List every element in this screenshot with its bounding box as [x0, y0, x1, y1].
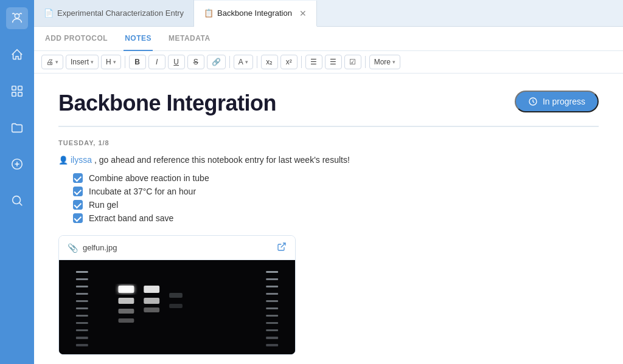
gel-svg	[59, 260, 295, 354]
entry-header: Backbone Integration In progress	[58, 91, 599, 127]
svg-rect-24	[118, 286, 134, 293]
svg-rect-3	[12, 92, 16, 96]
ordered-list-button[interactable]: ☰	[325, 55, 342, 69]
doc-icon-active: 📋	[204, 9, 214, 18]
tab-experimental[interactable]: 📄 Experimental Characterization Entry	[34, 0, 194, 26]
tab-backbone[interactable]: 📋 Backbone Integration ✕	[194, 1, 317, 27]
attachment-card: 📎 gelfun.jpg	[58, 235, 296, 355]
svg-rect-2	[18, 86, 22, 90]
checklist-item: Incubate at 37°C for an hour	[73, 187, 599, 196]
italic-button[interactable]: I	[148, 55, 165, 69]
svg-rect-18	[76, 307, 88, 309]
svg-rect-37	[266, 300, 278, 302]
svg-rect-14	[76, 278, 88, 280]
divider-5	[365, 56, 366, 68]
svg-rect-16	[76, 293, 88, 295]
checkbox-4[interactable]	[73, 213, 83, 223]
print-icon: 🖨	[46, 58, 54, 66]
nav-tabs: ADD PROTOCOL NOTES METADATA	[34, 27, 623, 51]
svg-rect-33	[266, 271, 278, 273]
superscript-button[interactable]: x²	[280, 55, 298, 69]
nav-tab-metadata[interactable]: METADATA	[167, 27, 212, 51]
status-badge[interactable]: In progress	[515, 91, 599, 112]
tab-close-button[interactable]: ✕	[299, 9, 307, 18]
svg-point-0	[15, 14, 19, 18]
svg-point-8	[13, 196, 21, 204]
svg-rect-22	[76, 337, 88, 339]
link-button[interactable]: 🔗	[207, 55, 226, 69]
unordered-list-button[interactable]: ☰	[305, 55, 322, 69]
svg-line-11	[281, 243, 285, 247]
heading-button[interactable]: H ▾	[101, 55, 121, 69]
divider-4	[301, 56, 302, 68]
print-button[interactable]: 🖨 ▾	[41, 55, 63, 69]
insert-button[interactable]: Insert ▾	[66, 55, 99, 69]
link-icon: 🔗	[212, 58, 221, 66]
subscript-button[interactable]: x₂	[261, 55, 278, 69]
svg-rect-38	[266, 307, 278, 309]
more-chevron: ▾	[392, 59, 395, 65]
svg-rect-28	[144, 286, 159, 293]
date-label: TUESDAY, 1/8	[58, 139, 599, 146]
svg-rect-40	[266, 322, 278, 324]
mention-text: , go ahead and reference this notebook e…	[94, 155, 350, 165]
checkbox-1[interactable]	[73, 173, 83, 183]
checklist-item: Extract band and save	[73, 213, 599, 223]
checkbox-3[interactable]	[73, 200, 83, 210]
heading-chevron: ▾	[113, 59, 116, 65]
font-chevron: ▾	[245, 59, 248, 65]
mention-user[interactable]: ilyssa	[71, 155, 92, 165]
divider-1	[125, 56, 125, 68]
paperclip-icon: 📎	[68, 243, 78, 253]
font-color-button[interactable]: A ▾	[234, 55, 253, 69]
mention-line: 👤 ilyssa , go ahead and reference this n…	[58, 155, 599, 165]
nav-tab-notes[interactable]: NOTES	[124, 27, 153, 51]
svg-rect-43	[266, 344, 278, 346]
note-content: Backbone Integration In progress TUESDAY…	[34, 74, 623, 364]
plus-icon[interactable]	[6, 153, 28, 175]
nav-tab-add-protocol[interactable]: ADD PROTOCOL	[44, 27, 109, 51]
bold-button[interactable]: B	[129, 55, 146, 69]
svg-rect-34	[266, 278, 278, 280]
svg-rect-17	[76, 300, 88, 302]
svg-rect-32	[169, 304, 183, 308]
task-list-button[interactable]: ☑	[344, 55, 361, 69]
more-button[interactable]: More ▾	[369, 55, 400, 69]
insert-chevron: ▾	[91, 59, 94, 65]
ul-icon: ☰	[310, 58, 317, 66]
svg-rect-36	[266, 293, 278, 295]
logo-icon[interactable]	[6, 7, 28, 29]
divider-3	[257, 56, 257, 68]
strikethrough-button[interactable]: S	[187, 55, 204, 69]
divider-2	[229, 56, 230, 68]
doc-icon: 📄	[44, 9, 54, 18]
open-attachment-button[interactable]	[277, 242, 287, 253]
underline-button[interactable]: U	[168, 55, 185, 69]
svg-rect-41	[266, 329, 278, 331]
svg-rect-26	[118, 309, 134, 314]
svg-rect-4	[18, 92, 22, 96]
attachment-name: 📎 gelfun.jpg	[68, 243, 117, 253]
folder-icon[interactable]	[6, 117, 28, 139]
grid-icon[interactable]	[6, 80, 28, 102]
toolbar: 🖨 ▾ Insert ▾ H ▾ B I U S 🔗 A ▾	[34, 51, 623, 74]
svg-rect-15	[76, 286, 88, 287]
gel-image	[59, 260, 295, 354]
svg-rect-39	[266, 315, 278, 317]
svg-rect-13	[76, 271, 88, 273]
svg-rect-23	[76, 344, 88, 346]
main-content: 📄 Experimental Characterization Entry 📋 …	[34, 0, 623, 364]
checklist-item: Run gel	[73, 200, 599, 210]
svg-rect-29	[144, 298, 159, 304]
svg-rect-42	[266, 337, 278, 339]
search-icon[interactable]	[6, 190, 28, 211]
svg-rect-35	[266, 286, 278, 287]
clock-icon	[528, 97, 538, 106]
home-icon[interactable]	[6, 44, 28, 66]
task-icon: ☑	[349, 58, 356, 66]
checklist: Combine above reaction in tube Incubate …	[58, 173, 599, 223]
attachment-header: 📎 gelfun.jpg	[59, 236, 295, 260]
svg-rect-19	[76, 315, 88, 317]
checkbox-2[interactable]	[73, 187, 83, 196]
print-chevron: ▾	[55, 59, 58, 65]
